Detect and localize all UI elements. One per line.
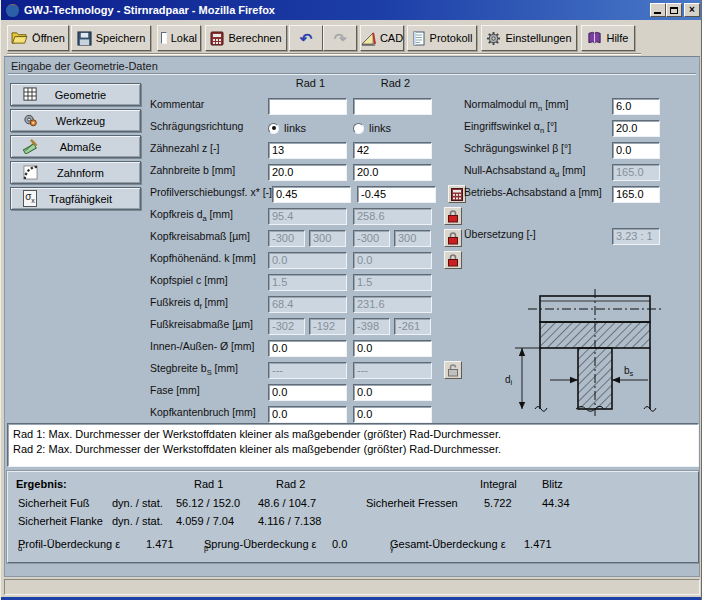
redo-button[interactable]: ↷ — [323, 25, 357, 51]
form-row-stegbreite: Stegbreite bS [mm] — [150, 359, 490, 381]
kopfspiel-rad1-input — [268, 274, 347, 291]
form-row-betriebs-achsabstand: Betriebs-Achsabstand a [mm] — [464, 183, 700, 205]
redo-icon: ↷ — [334, 31, 347, 46]
zahnbreite-rad1-input[interactable] — [268, 164, 347, 181]
betriebs-achsabstand-label: Betriebs-Achsabstand a [mm] — [464, 186, 612, 201]
null-achsabstand-input — [612, 164, 660, 181]
settings-tool-icon — [486, 31, 501, 46]
undo-icon: ↶ — [300, 31, 313, 46]
title-bar: GWJ-Technology - Stirnradpaar - Mozilla … — [1, 0, 702, 20]
results-col-integral: Integral — [480, 478, 517, 490]
protocol-button[interactable]: Protokoll — [407, 25, 477, 51]
minimize-button[interactable] — [650, 3, 666, 17]
sidebar-item-zahnform[interactable]: Zahnform — [10, 161, 141, 184]
links-option-rad2: links — [369, 122, 391, 134]
calculate-button[interactable]: Berechnen — [205, 25, 287, 51]
sicherheit-fressen-blitz: 44.34 — [542, 497, 570, 509]
innen-aussen-rad1-input[interactable] — [268, 340, 347, 357]
local-checkbox[interactable] — [161, 32, 167, 44]
sidebar-item-werkzeug[interactable]: Werkzeug — [10, 109, 141, 132]
lock-closed-button-kopfkreis[interactable] — [444, 207, 462, 225]
gear-tooth-icon — [21, 165, 39, 181]
open-button[interactable]: Öffnen — [7, 25, 69, 51]
global-parameters-form: Normalmodul mn [mm] Eingriffswinkel αn [… — [464, 95, 700, 247]
eingriffswinkel-label: Eingriffswinkel αn [°] — [464, 120, 612, 135]
form-row-innen-aussen-durchmesser: Innen-/Außen- Ø [mm] — [150, 337, 490, 359]
fase-rad1-input[interactable] — [268, 384, 347, 401]
form-row-zahnbreite: Zahnbreite b [mm] — [150, 161, 490, 183]
fusskreisabmasse-rad2-min-input — [353, 318, 390, 335]
kopfkantenbruch-rad2-input[interactable] — [353, 406, 432, 423]
kopfkreis-label: Kopfkreis da [mm] — [150, 208, 268, 223]
form-row-fusskreis: Fußkreis df [mm] — [150, 293, 490, 315]
links-radio-rad2[interactable] — [353, 123, 364, 134]
form-row-schraegungsrichtung: Schrägungsrichtung links links — [150, 117, 490, 139]
cad-drawing-icon — [361, 31, 376, 46]
help-button[interactable]: Hilfe — [581, 25, 635, 51]
svg-text:di: di — [505, 374, 513, 387]
save-button[interactable]: Speichern — [71, 25, 151, 51]
local-checkbox-button[interactable]: Lokal — [157, 25, 201, 51]
form-row-schraegungswinkel: Schrägungswinkel β [°] — [464, 139, 700, 161]
schraegungswinkel-input[interactable] — [612, 142, 660, 159]
toolbar-separator — [7, 53, 641, 55]
status-bar — [4, 579, 700, 595]
sidebar-item-tragfaehigkeit[interactable]: σx Tragfähigkeit — [10, 187, 141, 210]
zaehnezahl-rad2-input[interactable] — [353, 142, 432, 159]
zahnbreite-label: Zahnbreite b [mm] — [150, 164, 268, 179]
close-button[interactable]: × — [684, 3, 700, 17]
results-heading: Ergebnis: — [16, 478, 67, 490]
profilverschiebung-rad1-input[interactable] — [272, 186, 351, 203]
kopfkantenbruch-rad1-input[interactable] — [268, 406, 347, 423]
undo-button[interactable]: ↶ — [289, 25, 323, 51]
form-row-kopfhoehenaenderung: Kopfhöhenänd. k [mm] — [150, 249, 490, 271]
grid-icon — [21, 87, 39, 103]
eingriffswinkel-input[interactable] — [612, 120, 660, 137]
kommentar-rad2-input[interactable] — [353, 98, 432, 115]
links-radio-rad1[interactable] — [268, 123, 279, 134]
fusskreis-rad2-input — [353, 296, 432, 313]
kopfkreis-rad2-input — [353, 208, 432, 225]
zaehnezahl-rad1-input[interactable] — [268, 142, 347, 159]
page-title: Eingabe der Geometrie-Daten — [11, 60, 158, 72]
app-window: GWJ-Technology - Stirnradpaar - Mozilla … — [0, 0, 702, 600]
lock-open-button-stegbreite[interactable] — [444, 361, 462, 379]
results-col-rad2: Rad 2 — [276, 478, 305, 490]
form-row-uebersetzung: Übersetzung [-] — [464, 225, 700, 247]
stegbreite-rad2-input — [353, 362, 432, 379]
fusskreisabmasse-label: Fußkreisabmaße [µm] — [150, 318, 268, 333]
open-folder-icon — [11, 31, 28, 45]
kommentar-rad1-input[interactable] — [268, 98, 347, 115]
lock-open-icon — [447, 363, 459, 377]
message-line-2: Rad 2: Max. Durchmesser der Werkstoffdat… — [13, 442, 693, 457]
links-option-rad1: links — [284, 122, 306, 134]
fusskreisabmasse-rad1-min-input — [268, 318, 305, 335]
form-row-kopfkreisabmass: Kopfkreisabmaß [µm] — [150, 227, 490, 249]
innen-aussen-rad2-input[interactable] — [353, 340, 432, 357]
form-row-fase: Fase [mm] — [150, 381, 490, 403]
lock-closed-button-kopfkreisabmass[interactable] — [444, 229, 462, 247]
sidebar-item-abmasse[interactable]: Abmaße — [10, 135, 141, 158]
kopfhoehenaenderung-rad1-input — [268, 252, 347, 269]
cad-button[interactable]: CAD — [360, 25, 404, 51]
toolbar: Öffnen Speichern Lokal Berechnen ↶ — [1, 20, 702, 56]
fusskreis-label: Fußkreis df [mm] — [150, 296, 268, 311]
profilverschiebung-rad2-input[interactable] — [357, 186, 436, 203]
sidebar-item-geometrie[interactable]: Geometrie — [10, 83, 141, 106]
stegbreite-label: Stegbreite bS [mm] — [150, 362, 268, 377]
sicherheit-fressen-integral: 5.722 — [484, 497, 512, 509]
betriebs-achsabstand-input[interactable] — [612, 186, 660, 203]
calculator-icon — [451, 188, 463, 201]
settings-button[interactable]: Einstellungen — [481, 25, 577, 51]
sigma-icon: σx — [21, 191, 39, 207]
maximize-button[interactable] — [666, 3, 682, 17]
firefox-icon — [5, 3, 20, 18]
normalmodul-input[interactable] — [612, 98, 660, 115]
kopfkreisabmass-rad2-min-input — [353, 230, 390, 247]
fase-rad2-input[interactable] — [353, 384, 432, 401]
sicherheit-fuss-rad1: 56.12 / 152.0 — [176, 497, 240, 509]
fusskreisabmasse-rad1-max-input — [309, 318, 346, 335]
zahnbreite-rad2-input[interactable] — [353, 164, 432, 181]
lock-closed-button-kopfhoehe[interactable] — [444, 251, 462, 269]
main-content: Eingabe der Geometrie-Daten Geometrie We… — [4, 56, 700, 577]
